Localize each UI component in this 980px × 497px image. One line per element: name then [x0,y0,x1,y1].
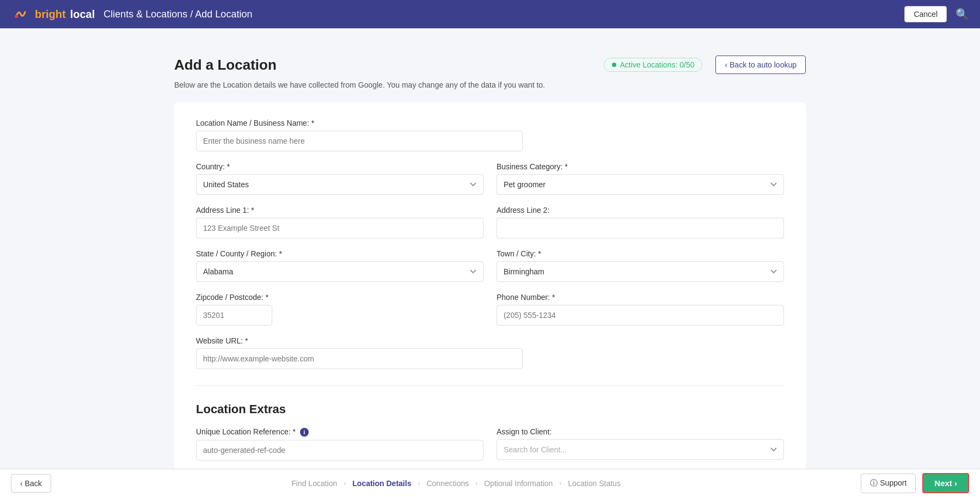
website-group: Website URL: * [196,336,523,369]
cancel-button[interactable]: Cancel [904,6,947,22]
logo-icon [11,4,30,24]
website-label: Website URL: * [196,336,523,345]
logo: brightlocal Clients & Locations / Add Lo… [11,4,252,24]
unique-ref-label: Unique Location Reference: * i [196,427,483,437]
section-divider [196,385,784,386]
location-name-row: Location Name / Business Name: * [196,119,523,151]
page-header: Add a Location Active Locations: 0/50 ‹ … [174,56,806,74]
search-icon[interactable]: 🔍 [955,8,969,21]
city-group: Town / City: * Birmingham Mobile Huntsvi… [497,249,784,282]
address-line1-label: Address Line 1: * [196,206,483,214]
business-category-group: Business Category: * Pet groomer Restaur… [497,162,784,195]
address-line1-input[interactable] [196,218,483,238]
city-select[interactable]: Birmingham Mobile Huntsville Montgomery [497,261,784,282]
assign-client-group: Assign to Client: Search for Client... [497,427,784,461]
address-line1-group: Address Line 1: * [196,206,483,238]
zipcode-label: Zipcode / Postcode: * [196,293,483,302]
address-line2-input[interactable] [497,218,784,238]
address-line2-label: Address Line 2: [497,206,784,214]
zip-phone-row: Zipcode / Postcode: * Phone Number: * [196,293,784,326]
app-footer: ‹ Back Find Location › Location Details … [0,469,980,497]
assign-client-label: Assign to Client: [497,427,784,436]
extras-row: Unique Location Reference: * i Assign to… [196,427,784,461]
country-category-row: Country: * United States United Kingdom … [196,162,784,195]
phone-input[interactable] [497,305,784,326]
logo-text: bright [35,8,66,21]
website-row: Website URL: * [196,336,523,369]
country-label: Country: * [196,162,483,171]
address-row: Address Line 1: * Address Line 2: [196,206,784,238]
state-city-row: State / County / Region: * Alabama Alask… [196,249,784,282]
step-find-location: Find Location [285,479,344,488]
zipcode-group: Zipcode / Postcode: * [196,293,483,326]
state-group: State / County / Region: * Alabama Alask… [196,249,483,282]
support-button[interactable]: ⓘ Support [861,474,916,493]
extras-title: Location Extras [196,402,784,416]
back-to-auto-button[interactable]: ‹ Back to auto lookup [715,56,806,74]
unique-ref-input[interactable] [196,440,483,461]
assign-client-select[interactable]: Search for Client... [497,439,784,460]
phone-label: Phone Number: * [497,293,784,302]
location-name-group: Location Name / Business Name: * [196,119,523,151]
step-connections: Connections [420,479,475,488]
country-group: Country: * United States United Kingdom … [196,162,483,195]
location-name-input[interactable] [196,131,523,151]
business-category-select[interactable]: Pet groomer Restaurant Retail Other [497,174,784,195]
location-form: Location Name / Business Name: * Country… [174,102,806,497]
address-line2-group: Address Line 2: [497,206,784,238]
active-dot [612,63,616,67]
state-label: State / County / Region: * [196,249,483,258]
active-locations-badge: Active Locations: 0/50 [604,58,702,72]
unique-ref-group: Unique Location Reference: * i [196,427,483,461]
svg-point-1 [15,15,18,18]
step-optional-info: Optional Information [477,479,559,488]
page-subtitle: Below are the Location details we have c… [174,81,806,89]
zipcode-input[interactable] [196,305,272,326]
website-input[interactable] [196,348,523,369]
state-select[interactable]: Alabama Alaska Arizona California Colora… [196,261,483,282]
location-name-label: Location Name / Business Name: * [196,119,523,127]
city-label: Town / City: * [497,249,784,258]
business-category-label: Business Category: * [497,162,784,171]
back-button[interactable]: ‹ Back [11,474,51,493]
page-title: Add a Location [174,57,277,73]
active-locations-text: Active Locations: 0/50 [620,60,694,69]
next-button[interactable]: Next › [922,473,969,493]
breadcrumb-steps: Find Location › Location Details › Conne… [285,479,627,488]
step-location-status: Location Status [561,479,627,488]
app-header: brightlocal Clients & Locations / Add Lo… [0,0,980,28]
breadcrumb: Clients & Locations / Add Location [103,9,252,20]
step-location-details: Location Details [346,479,418,488]
footer-right: ⓘ Support Next › [861,473,969,493]
phone-group: Phone Number: * [497,293,784,326]
country-select[interactable]: United States United Kingdom Canada Aust… [196,174,483,195]
info-icon[interactable]: i [300,428,309,437]
